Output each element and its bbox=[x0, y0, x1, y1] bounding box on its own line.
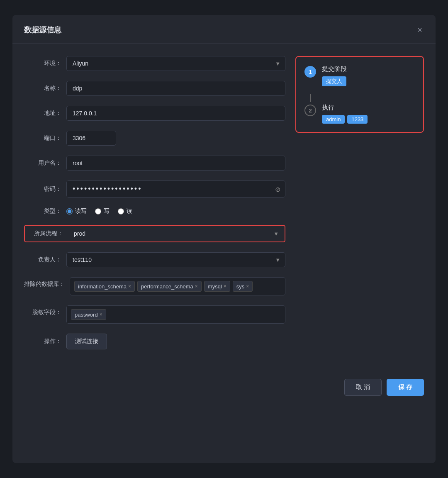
type-w-label: 写 bbox=[104, 207, 110, 215]
flow-select-wrapper: prod ▼ bbox=[68, 227, 284, 241]
env-select-wrapper: Aliyun ▼ bbox=[66, 56, 285, 71]
test-connection-button[interactable]: 测试连接 bbox=[66, 334, 107, 349]
port-label: 端口： bbox=[24, 134, 61, 142]
dialog-title: 数据源信息 bbox=[24, 25, 61, 35]
sensitive-label: 脱敏字段： bbox=[24, 305, 61, 316]
tag-close-mysql[interactable]: × bbox=[224, 284, 226, 289]
sensitive-row: 脱敏字段： password × bbox=[24, 305, 285, 324]
type-label: 类型： bbox=[24, 207, 61, 215]
tag-sys: sys × bbox=[233, 281, 253, 292]
form-section: 环境： Aliyun ▼ 名称： 地址： 端口： bbox=[24, 56, 285, 359]
stage-2-title: 执行 bbox=[322, 104, 415, 112]
flow-label: 所属流程： bbox=[26, 230, 63, 237]
cancel-button[interactable]: 取 消 bbox=[344, 379, 382, 396]
stage-1-number: 1 bbox=[304, 66, 316, 78]
stage-1-content: 提交阶段 提交人 bbox=[322, 65, 415, 86]
type-row: 类型： 读写 写 读 bbox=[24, 207, 285, 215]
type-r-radio[interactable] bbox=[118, 208, 124, 215]
name-input[interactable] bbox=[66, 81, 285, 96]
stage-2-number: 2 bbox=[304, 105, 316, 116]
password-row: 密码： ⊘ bbox=[24, 180, 285, 198]
flow-select[interactable]: prod bbox=[68, 227, 284, 241]
action-label: 操作： bbox=[24, 338, 61, 345]
env-row: 环境： Aliyun ▼ bbox=[24, 56, 285, 71]
flow-row: 所属流程： prod ▼ bbox=[24, 225, 285, 242]
type-r-label: 读 bbox=[127, 207, 132, 215]
close-button[interactable]: × bbox=[416, 24, 424, 36]
right-panel: 1 提交阶段 提交人 2 执行 admin bbox=[295, 56, 424, 359]
stage-box: 1 提交阶段 提交人 2 执行 admin bbox=[295, 56, 424, 133]
sensitive-tags: password × bbox=[66, 305, 285, 324]
username-input[interactable] bbox=[66, 156, 285, 171]
username-label: 用户名： bbox=[24, 159, 61, 167]
stage-2-badge-1: admin bbox=[322, 115, 345, 124]
env-select[interactable]: Aliyun bbox=[66, 56, 285, 71]
owner-label: 负责人： bbox=[24, 256, 61, 263]
stage-2-badges: admin 1233 bbox=[322, 115, 415, 124]
stage-2-item: 2 执行 admin 1233 bbox=[304, 104, 415, 124]
name-row: 名称： bbox=[24, 81, 285, 96]
type-w-radio[interactable] bbox=[95, 208, 101, 215]
dialog: 数据源信息 × 环境： Aliyun ▼ 名称： bbox=[12, 15, 436, 463]
tag-password: password × bbox=[71, 309, 106, 320]
addr-row: 地址： bbox=[24, 106, 285, 121]
stage-2-badge-2: 1233 bbox=[347, 115, 368, 124]
username-row: 用户名： bbox=[24, 156, 285, 171]
tag-close-sys[interactable]: × bbox=[246, 284, 249, 289]
stage-connector bbox=[310, 94, 311, 102]
type-radio-group: 读写 写 读 bbox=[66, 207, 132, 215]
password-label: 密码： bbox=[24, 185, 61, 193]
addr-label: 地址： bbox=[24, 110, 61, 117]
tag-close-performance-schema[interactable]: × bbox=[195, 284, 198, 289]
save-button[interactable]: 保 存 bbox=[387, 379, 424, 396]
port-row: 端口： bbox=[24, 131, 285, 146]
tag-information-schema: information_schema × bbox=[74, 281, 135, 292]
owner-select-wrapper: test110 ▼ bbox=[66, 252, 285, 267]
password-input[interactable] bbox=[66, 180, 285, 198]
tag-mysql: mysql × bbox=[204, 281, 230, 292]
dialog-footer: 取 消 保 存 bbox=[12, 372, 436, 402]
action-row: 操作： 测试连接 bbox=[24, 334, 285, 349]
tag-close-password[interactable]: × bbox=[100, 312, 102, 317]
excluded-db-label: 排除的数据库： bbox=[24, 277, 65, 288]
stage-1-item: 1 提交阶段 提交人 bbox=[304, 65, 415, 86]
dialog-body: 环境： Aliyun ▼ 名称： 地址： 端口： bbox=[12, 44, 436, 368]
type-r-option[interactable]: 读 bbox=[118, 207, 132, 215]
type-rw-option[interactable]: 读写 bbox=[66, 207, 87, 215]
owner-select[interactable]: test110 bbox=[66, 252, 285, 267]
name-label: 名称： bbox=[24, 85, 61, 92]
port-input[interactable] bbox=[66, 131, 116, 146]
stage-1-badge-1: 提交人 bbox=[322, 76, 346, 86]
owner-row: 负责人： test110 ▼ bbox=[24, 252, 285, 267]
stage-1-title: 提交阶段 bbox=[322, 65, 415, 73]
password-wrapper: ⊘ bbox=[66, 180, 285, 198]
type-w-option[interactable]: 写 bbox=[95, 207, 110, 215]
dialog-header: 数据源信息 × bbox=[12, 15, 436, 44]
type-rw-radio[interactable] bbox=[66, 208, 73, 215]
eye-icon[interactable]: ⊘ bbox=[275, 185, 280, 193]
addr-input[interactable] bbox=[66, 106, 285, 121]
excluded-db-tags: information_schema × performance_schema … bbox=[70, 277, 285, 295]
stage-1-badges: 提交人 bbox=[322, 76, 415, 86]
tag-performance-schema: performance_schema × bbox=[137, 281, 202, 292]
env-label: 环境： bbox=[24, 60, 61, 67]
excluded-db-row: 排除的数据库： information_schema × performance… bbox=[24, 277, 285, 295]
stage-2-content: 执行 admin 1233 bbox=[322, 104, 415, 124]
tag-close-information-schema[interactable]: × bbox=[128, 284, 131, 289]
type-rw-label: 读写 bbox=[75, 207, 87, 215]
